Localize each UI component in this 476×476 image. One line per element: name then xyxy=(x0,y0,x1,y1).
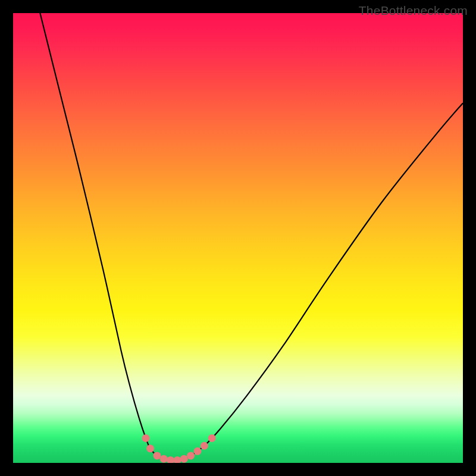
curve-marker xyxy=(142,434,150,442)
curve-marker xyxy=(180,455,188,463)
chart-svg xyxy=(13,13,463,463)
curve-marker xyxy=(208,434,216,442)
curve-marker xyxy=(193,447,201,455)
curve-marker xyxy=(167,456,174,463)
bottleneck-curve xyxy=(40,13,463,461)
chart-frame: TheBottleneck.com xyxy=(0,0,476,476)
curve-marker xyxy=(153,452,161,459)
curve-markers xyxy=(142,434,216,463)
curve-marker xyxy=(173,456,181,463)
curve-marker xyxy=(146,444,154,452)
curve-marker xyxy=(160,455,168,463)
curve-marker xyxy=(187,452,195,459)
watermark-label: TheBottleneck.com xyxy=(359,4,468,18)
curve-marker xyxy=(201,442,208,450)
